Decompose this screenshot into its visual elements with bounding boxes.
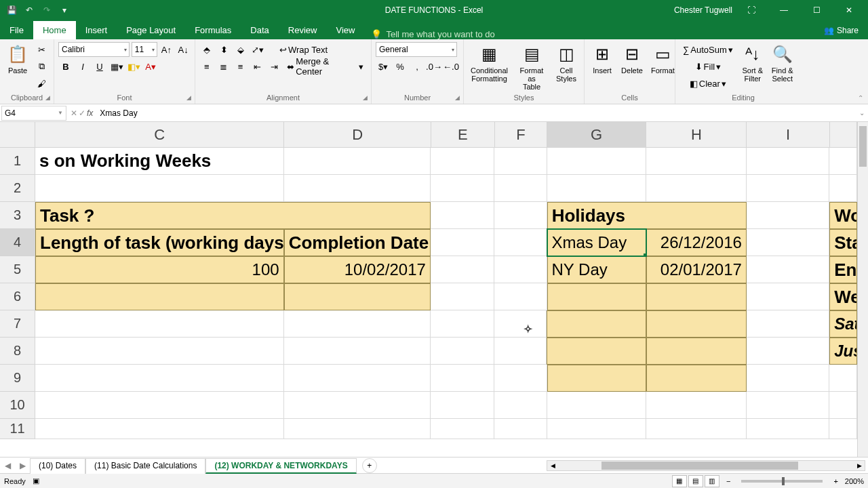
cell-styles-button[interactable]: ◫Cell Styles [553,42,580,84]
vertical-scrollbar[interactable] [857,122,868,457]
orientation-icon[interactable]: ⤢▾ [250,42,265,57]
collapse-ribbon-icon[interactable]: ⌃ [856,93,865,102]
ribbon-display-icon[interactable]: ⛶ [738,0,765,20]
cell[interactable] [547,175,646,202]
font-name[interactable]: Calibri [58,42,130,57]
normal-view-icon[interactable]: ▦ [672,475,687,487]
decrease-indent-icon[interactable]: ⇤ [250,59,264,74]
row-header-6[interactable]: 6 [0,283,35,310]
cell[interactable] [431,256,494,283]
cancel-formula-icon[interactable]: ✕ [71,108,77,118]
cell-j3[interactable]: Wo [829,202,857,229]
sort-filter-button[interactable]: ᴬ↓Sort & Filter [739,42,766,84]
cell[interactable] [35,283,284,310]
font-launcher-icon[interactable]: ◢ [184,93,193,102]
border-icon[interactable]: ▦▾ [109,59,124,74]
cell[interactable] [431,229,494,256]
cell[interactable] [284,365,431,392]
accounting-icon[interactable]: $▾ [376,59,391,74]
alignment-launcher-icon[interactable]: ◢ [360,93,370,102]
zoom-level[interactable]: 200% [845,477,864,485]
zoom-in-icon[interactable]: + [833,477,837,485]
tab-formulas[interactable]: Formulas [185,21,241,39]
expand-formula-icon[interactable]: ⌄ [856,109,868,117]
cell[interactable] [829,175,857,202]
align-bottom-icon[interactable]: ⬙ [233,42,248,57]
cell[interactable] [284,283,431,310]
cell[interactable] [747,419,829,439]
cell[interactable] [284,175,431,202]
clipboard-launcher-icon[interactable]: ◢ [43,93,52,102]
cell[interactable] [829,392,857,419]
tab-nav-right-icon[interactable]: ▶ [15,461,30,470]
cell-h5[interactable]: 02/01/2017 [646,256,747,283]
scroll-thumb[interactable] [859,126,867,167]
row-header-11[interactable]: 11 [0,419,35,439]
cell[interactable] [35,175,284,202]
cell[interactable] [547,310,646,338]
row-header-3[interactable]: 3 [0,202,35,229]
cell-d4[interactable]: Completion Date [284,229,431,256]
wrap-text-button[interactable]: ↩Wrap Text [276,42,331,57]
cell[interactable] [494,283,547,310]
tab-view[interactable]: View [326,21,364,39]
sheet-tab-3[interactable]: (12) WORKDAY & NETWORKDAYS [205,458,356,474]
redo-icon[interactable]: ↷ [39,3,54,18]
tab-file[interactable]: File [0,21,33,39]
cell[interactable] [747,338,829,365]
cell[interactable] [494,148,547,175]
cell[interactable] [646,283,747,310]
cell[interactable] [494,310,547,338]
col-header-f[interactable]: F [495,122,547,148]
cut-icon[interactable]: ✂ [34,42,49,57]
cell[interactable] [494,256,547,283]
cell[interactable] [747,256,829,283]
cell[interactable] [747,392,829,419]
cell-g3[interactable]: Holidays [547,202,747,229]
page-layout-view-icon[interactable]: ▤ [688,475,703,487]
copy-icon[interactable]: ⧉ [34,59,49,74]
row-header-2[interactable]: 2 [0,175,35,202]
increase-decimal-icon[interactable]: .0→ [427,59,441,74]
cell[interactable] [431,310,494,338]
cell[interactable] [431,392,494,419]
row-header-4[interactable]: 4 [0,229,35,256]
cell[interactable] [747,310,829,338]
cell-c3[interactable]: Task ? [35,202,431,229]
underline-icon[interactable]: U [92,59,107,74]
font-color-icon[interactable]: A▾ [143,59,158,74]
cell[interactable] [747,365,829,392]
cell-d5[interactable]: 10/02/2017 [284,256,431,283]
select-all-corner[interactable] [0,122,35,148]
fx-icon[interactable]: fx [87,108,93,118]
comma-icon[interactable]: , [410,59,425,74]
number-format[interactable]: General [376,42,457,57]
bold-icon[interactable]: B [58,59,73,74]
tab-page-layout[interactable]: Page Layout [117,21,185,39]
cell-j8[interactable]: Jus [829,338,857,365]
tab-data[interactable]: Data [241,21,278,39]
zoom-out-icon[interactable]: − [726,477,730,485]
cell[interactable] [646,175,747,202]
cell[interactable] [547,392,646,419]
tab-review[interactable]: Review [279,21,327,39]
number-launcher-icon[interactable]: ◢ [452,93,462,102]
cell[interactable] [35,310,284,338]
cell[interactable] [494,365,547,392]
align-top-icon[interactable]: ⬘ [199,42,214,57]
cell[interactable] [547,365,646,392]
format-painter-icon[interactable]: 🖌 [34,76,49,91]
decrease-decimal-icon[interactable]: ←.0 [443,59,458,74]
cell[interactable] [494,392,547,419]
worksheet[interactable]: C D E F G H I 1 2 3 4 5 6 7 8 9 10 11 s … [0,122,868,457]
cell-c1[interactable]: s on Working Weeks [35,148,284,175]
cell[interactable] [431,338,494,365]
align-middle-icon[interactable]: ⬍ [216,42,231,57]
cell[interactable] [747,283,829,310]
row-header-7[interactable]: 7 [0,310,35,338]
col-header-i[interactable]: I [747,122,829,148]
col-header-c[interactable]: C [35,122,284,148]
cell-c4[interactable]: Length of task (working days) [35,229,284,256]
row-header-9[interactable]: 9 [0,365,35,392]
cell-j4[interactable]: Sta [829,229,857,256]
